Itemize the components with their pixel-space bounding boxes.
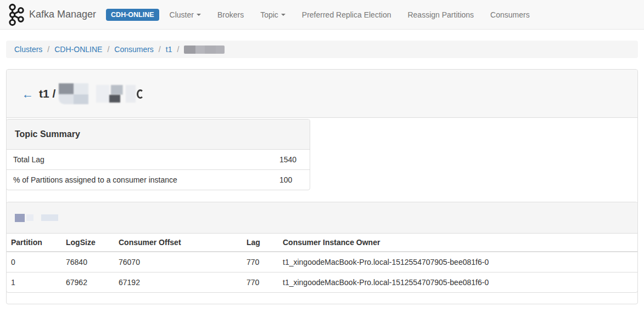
kafka-manager-brand[interactable]: Kafka Manager [5,3,96,27]
cell-lag: 770 [242,252,278,272]
table-row: 0 76840 76070 770 t1_xingoodeMacBook-Pro… [7,252,637,272]
redacted-header-text [26,214,33,221]
redacted-consumer-group-name [184,46,225,54]
cell-logsize: 67962 [61,272,114,293]
cell-consumer-instance-owner: t1_xingoodeMacBook-Pro.local-15125547079… [278,272,637,293]
redacted-title-block [96,85,136,103]
breadcrumb: Clusters / CDH-ONLINE / Consumers / t1 / [6,41,638,58]
nav-item-topic[interactable]: Topic [252,1,294,29]
nav-item-reassign-partitions[interactable]: Reassign Partitions [399,1,482,29]
summary-label: % of Partitions assigned to a consumer i… [7,170,273,190]
table-row: 1 67962 67192 770 t1_xingoodeMacBook-Pro… [7,272,637,293]
nav-item-cluster[interactable]: Cluster [161,1,209,29]
table-row: Total Lag 1540 [7,150,310,170]
topic-summary-panel: Topic Summary Total Lag 1540 % of Partit… [6,119,310,190]
redacted-title-block [59,83,88,104]
cell-partition: 0 [7,252,61,272]
cell-consumer-offset: 76070 [114,252,242,272]
table-header-row: Partition LogSize Consumer Offset Lag Co… [7,234,637,252]
page-header: ← t1 / [7,70,637,118]
consumer-panel-header [7,202,637,234]
panel-footer-space [7,293,637,304]
back-arrow-icon[interactable]: ← [22,88,33,100]
cell-consumer-offset: 67192 [114,272,242,293]
topic-summary-table: Total Lag 1540 % of Partitions assigned … [7,150,310,190]
nav-item-brokers[interactable]: Brokers [209,1,252,29]
breadcrumb-consumers[interactable]: Consumers [114,45,154,54]
table-row: % of Partitions assigned to a consumer i… [7,170,310,190]
kafka-logo-icon [5,3,29,27]
redacted-header-text [15,214,25,222]
topic-summary-title: Topic Summary [7,120,310,150]
consumed-topic-panel: ← t1 / Topic Summary Total Lag 1540 % of… [6,69,638,304]
cell-partition: 1 [7,272,61,293]
partition-lag-table: Partition LogSize Consumer Offset Lag Co… [7,234,637,292]
cell-logsize: 76840 [61,252,114,272]
caret-down-icon [197,14,201,16]
breadcrumb-clusters[interactable]: Clusters [14,45,42,54]
caret-down-icon [281,14,285,16]
redacted-header-text [41,214,58,221]
column-header-logsize: LogSize [61,234,114,252]
cell-lag: 770 [242,272,278,293]
nav-item-preferred-replica-election[interactable]: Preferred Replica Election [294,1,400,29]
column-header-lag: Lag [242,234,278,252]
breadcrumb-topic[interactable]: t1 [166,45,172,54]
breadcrumb-separator: / [42,45,54,54]
column-header-consumer-instance-owner: Consumer Instance Owner [278,234,637,252]
top-navbar: Kafka Manager CDH-ONLINE Cluster Brokers… [0,0,644,30]
consumer-instances-panel: Partition LogSize Consumer Offset Lag Co… [6,202,638,293]
cell-consumer-instance-owner: t1_xingoodeMacBook-Pro.local-15125547079… [278,252,637,272]
navbar-links: Cluster Brokers Topic Preferred Replica … [161,1,538,29]
breadcrumb-separator: / [154,45,166,54]
nav-item-consumers[interactable]: Consumers [482,1,538,29]
column-header-consumer-offset: Consumer Offset [114,234,242,252]
summary-value: 100 [273,170,310,190]
breadcrumb-separator: / [102,45,114,54]
column-header-partition: Partition [7,234,61,252]
redacted-title-glyph [137,89,144,99]
summary-value: 1540 [273,150,310,170]
breadcrumb-separator: / [172,45,184,54]
breadcrumb-cluster-name[interactable]: CDH-ONLINE [54,45,102,54]
page-title: t1 / [39,84,55,103]
brand-title: Kafka Manager [29,9,96,20]
summary-label: Total Lag [7,150,273,170]
cluster-badge: CDH-ONLINE [106,9,159,21]
